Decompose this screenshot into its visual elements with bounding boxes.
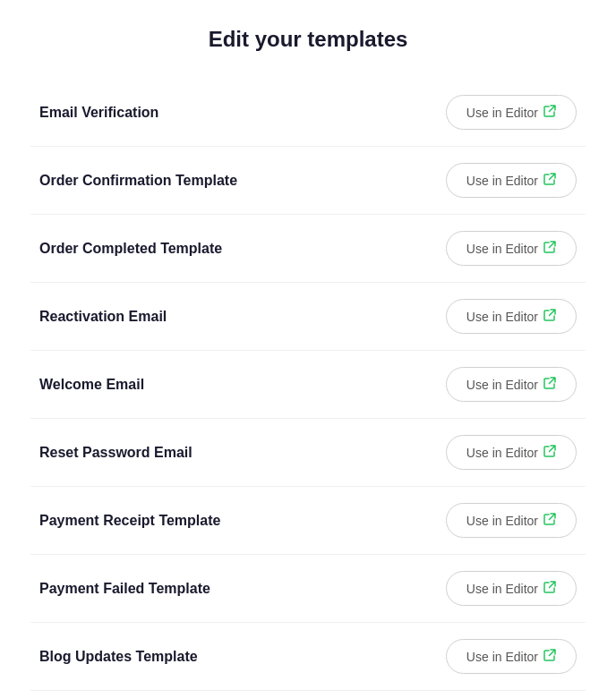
external-link-icon	[543, 581, 556, 596]
template-name: Payment Receipt Template	[39, 513, 220, 529]
template-name: Order Confirmation Template	[39, 173, 237, 189]
template-name: Reactivation Email	[39, 309, 167, 325]
template-row: Sale - Product Cards TemplateUse in Edit…	[30, 691, 586, 698]
use-in-editor-button-4[interactable]: Use in Editor	[446, 299, 577, 334]
use-in-editor-button-2[interactable]: Use in Editor	[446, 163, 577, 198]
use-in-editor-button-3[interactable]: Use in Editor	[446, 231, 577, 266]
template-row: Welcome EmailUse in Editor	[30, 351, 586, 419]
template-name: Email Verification	[39, 105, 158, 121]
use-in-editor-button-9[interactable]: Use in Editor	[446, 639, 577, 674]
template-row: Reset Password EmailUse in Editor	[30, 419, 586, 487]
use-in-editor-button-5[interactable]: Use in Editor	[446, 367, 577, 402]
use-in-editor-button-8[interactable]: Use in Editor	[446, 571, 577, 606]
template-row: Payment Receipt TemplateUse in Editor	[30, 487, 586, 555]
template-name: Reset Password Email	[39, 445, 192, 461]
use-in-editor-button-1[interactable]: Use in Editor	[446, 95, 577, 130]
external-link-icon	[543, 241, 556, 256]
external-link-icon	[543, 309, 556, 324]
template-row: Order Confirmation TemplateUse in Editor	[30, 147, 586, 215]
template-row: Order Completed TemplateUse in Editor	[30, 215, 586, 283]
template-name: Blog Updates Template	[39, 649, 198, 665]
page-title: Edit your templates	[209, 27, 408, 52]
template-row: Reactivation EmailUse in Editor	[30, 283, 586, 351]
external-link-icon	[543, 649, 556, 664]
external-link-icon	[543, 445, 556, 460]
template-row: Blog Updates TemplateUse in Editor	[30, 623, 586, 691]
template-row: Payment Failed TemplateUse in Editor	[30, 555, 586, 623]
template-row: Email VerificationUse in Editor	[30, 79, 586, 147]
template-name: Payment Failed Template	[39, 581, 210, 597]
external-link-icon	[543, 105, 556, 120]
use-in-editor-button-7[interactable]: Use in Editor	[446, 503, 577, 538]
external-link-icon	[543, 377, 556, 392]
templates-list: Email VerificationUse in Editor Order Co…	[30, 79, 586, 698]
template-name: Welcome Email	[39, 377, 144, 393]
use-in-editor-button-6[interactable]: Use in Editor	[446, 435, 577, 470]
external-link-icon	[543, 513, 556, 528]
template-name: Order Completed Template	[39, 241, 222, 257]
external-link-icon	[543, 173, 556, 188]
